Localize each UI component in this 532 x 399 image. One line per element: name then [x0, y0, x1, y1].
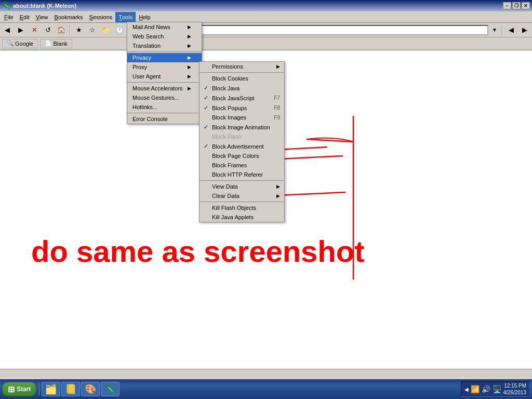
- bookmark-this-button[interactable]: ★: [73, 24, 85, 36]
- back-button[interactable]: ◀: [1, 24, 14, 36]
- bookmark-blank[interactable]: 📄 Blank: [40, 39, 72, 48]
- block-popups-shortcut: F8: [274, 105, 280, 111]
- refresh-button[interactable]: ↺: [42, 24, 54, 36]
- permissions-check: [204, 63, 211, 70]
- tools-web-search[interactable]: Web Search ▶: [127, 32, 202, 41]
- block-ad-check: ✓: [204, 143, 211, 150]
- browser-icon: 🦎: [2, 2, 11, 10]
- go-forward-btn[interactable]: ▶: [518, 24, 531, 36]
- history-button[interactable]: 🕐: [113, 24, 126, 36]
- minimize-button[interactable]: −: [503, 2, 511, 9]
- block-cookies-check: [204, 75, 211, 82]
- privacy-block-java[interactable]: ✓ Block Java: [200, 83, 284, 93]
- kill-java-label: Kill Java Applets: [212, 214, 254, 220]
- go-back-btn[interactable]: ◀: [505, 24, 517, 36]
- address-dropdown-button[interactable]: ▼: [489, 24, 500, 36]
- taskbar-app-3-icon: 🎨: [85, 383, 96, 395]
- menu-view[interactable]: View: [33, 12, 51, 22]
- menu-sessions[interactable]: Sessions: [86, 12, 116, 22]
- taskbar-app-1[interactable]: 🗂️: [42, 382, 60, 396]
- view-data-check: [204, 183, 211, 190]
- tools-hotlinks-label: Hotlinks...: [132, 104, 157, 110]
- taskbar-app-3[interactable]: 🎨: [81, 382, 100, 396]
- tray-icon-3: 🖥️: [493, 385, 501, 393]
- tools-mouse-gest-label: Mouse Gestures...: [132, 95, 179, 101]
- bookmark-google-icon: 🔍: [7, 40, 14, 47]
- tray-arrow[interactable]: ◀: [464, 387, 469, 392]
- block-cookies-label: Block Cookies: [212, 75, 248, 82]
- taskbar-app-4[interactable]: 🦎: [101, 382, 119, 396]
- clear-data-label: Clear Data: [212, 193, 240, 199]
- tools-mouse-accel[interactable]: Mouse Accelerators ▶: [127, 84, 202, 93]
- tools-proxy[interactable]: Proxy ▶: [127, 62, 202, 72]
- menu-edit[interactable]: Edit: [17, 12, 33, 22]
- tools-error-console[interactable]: Error Console: [127, 114, 202, 124]
- kill-flash-label: Kill Flash Objects: [212, 205, 256, 211]
- taskbar-app-4-icon: 🦎: [104, 383, 116, 395]
- tools-sep-2: [127, 82, 202, 83]
- view-data-label: View Data: [212, 183, 238, 190]
- start-button[interactable]: ⊞ Start: [2, 382, 36, 396]
- menubar: File Edit View Bookmarks Sessions Tools …: [0, 11, 532, 23]
- forward-button[interactable]: ▶: [15, 24, 27, 36]
- privacy-block-ad[interactable]: ✓ Block Advertisement: [200, 141, 284, 151]
- privacy-permissions[interactable]: Permissions ▶: [200, 62, 284, 71]
- tools-sep-1: [127, 51, 202, 52]
- block-java-check: ✓: [204, 85, 211, 91]
- toolbar: ◀ ▶ ✕ ↺ 🏠 ★ ☆ 📁 🕐 ✉ ▼ ◀ ▶: [0, 23, 532, 37]
- tools-user-agent[interactable]: User Agent ▶: [127, 72, 202, 81]
- block-js-check: ✓: [204, 95, 211, 101]
- privacy-kill-flash[interactable]: Kill Flash Objects: [200, 203, 284, 212]
- privacy-block-image-anim[interactable]: ✓ Block Image Animation: [200, 122, 284, 132]
- bookmark-manager-button[interactable]: ☆: [86, 24, 99, 36]
- taskbar-app-2[interactable]: 📒: [61, 382, 80, 396]
- privacy-block-javascript[interactable]: ✓ Block JavaScript F7: [200, 93, 284, 103]
- taskbar-app-1-icon: 🗂️: [45, 383, 57, 395]
- privacy-block-http-referer[interactable]: Block HTTP Referer: [200, 170, 284, 179]
- restore-button[interactable]: ❐: [512, 2, 521, 9]
- bookmark-google-label: Google: [15, 41, 33, 47]
- tools-user-agent-arrow: ▶: [188, 74, 191, 79]
- privacy-view-data[interactable]: View Data ▶: [200, 182, 284, 191]
- privacy-block-images[interactable]: Block Images F9: [200, 113, 284, 122]
- clock-date: 4/26/2013: [503, 389, 527, 396]
- tools-mail-news[interactable]: Mail And News ▶: [127, 22, 202, 32]
- bookmark-google[interactable]: 🔍 Google: [2, 39, 38, 48]
- privacy-sep-3: [200, 202, 284, 202]
- tools-translation[interactable]: Translation ▶: [127, 41, 202, 50]
- privacy-block-frames[interactable]: Block Frames: [200, 161, 284, 170]
- privacy-block-page-colors[interactable]: Block Page Colors: [200, 151, 284, 161]
- block-page-colors-label: Block Page Colors: [212, 153, 259, 159]
- menu-help[interactable]: Help: [136, 12, 154, 22]
- tools-web-search-arrow: ▶: [188, 34, 191, 39]
- tools-hotlinks[interactable]: Hotlinks...: [127, 102, 202, 112]
- windows-logo: ⊞: [8, 384, 15, 394]
- tools-mouse-gest[interactable]: Mouse Gestures...: [127, 93, 202, 102]
- tools-privacy[interactable]: Privacy ▶: [127, 53, 202, 62]
- privacy-clear-data[interactable]: Clear Data ▶: [200, 191, 284, 201]
- privacy-kill-java[interactable]: Kill Java Applets: [200, 212, 284, 222]
- tools-user-agent-label: User Agent: [132, 73, 161, 79]
- home-button[interactable]: 🏠: [55, 24, 68, 36]
- clock: 12:15 PM 4/26/2013: [503, 382, 527, 396]
- kill-java-check: [204, 214, 211, 220]
- privacy-block-cookies[interactable]: Block Cookies: [200, 74, 284, 83]
- titlebar-buttons: − ❐ ✕: [503, 2, 530, 9]
- tools-mouse-accel-label: Mouse Accelerators: [132, 85, 183, 91]
- taskbar-sep-1: [38, 383, 39, 395]
- stop-button[interactable]: ✕: [28, 24, 41, 36]
- menu-bookmarks[interactable]: Bookmarks: [51, 12, 86, 22]
- tray-icon-2: 🔊: [482, 385, 490, 393]
- close-button[interactable]: ✕: [522, 2, 530, 9]
- tools-mouse-accel-arrow: ▶: [188, 86, 191, 91]
- tools-mail-news-label: Mail And News: [132, 24, 170, 30]
- bookmark-blank-label: Blank: [53, 41, 68, 47]
- bookmark-bar-button[interactable]: 📁: [100, 24, 112, 36]
- menu-tools[interactable]: Tools: [115, 12, 136, 22]
- tools-translation-arrow: ▶: [188, 43, 191, 48]
- block-java-label: Block Java: [212, 85, 240, 91]
- block-page-colors-check: [204, 153, 211, 159]
- start-label: Start: [17, 385, 31, 393]
- privacy-block-popups[interactable]: ✓ Block Popups F8: [200, 103, 284, 113]
- menu-file[interactable]: File: [1, 12, 17, 22]
